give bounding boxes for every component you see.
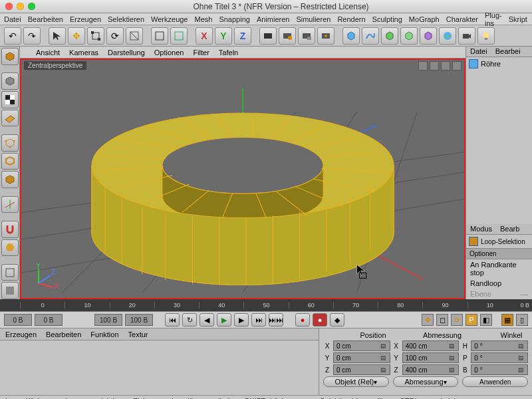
goto-end-button[interactable]: ⏭ xyxy=(251,313,266,327)
texture-mode-button[interactable] xyxy=(1,91,19,108)
play-button[interactable]: ▶ xyxy=(217,313,231,327)
z-axis-button[interactable]: Z xyxy=(234,27,251,45)
redo-button[interactable]: ↷ xyxy=(23,27,41,45)
point-mode-button[interactable] xyxy=(1,134,19,152)
current-frame-field[interactable]: 0 B xyxy=(35,314,63,326)
x-axis-button[interactable]: X xyxy=(196,27,213,45)
dim-y-field[interactable]: 100 cm▤ xyxy=(402,352,460,363)
vp-zoom-icon[interactable] xyxy=(430,61,439,70)
render-view-button[interactable] xyxy=(259,27,277,45)
coord-mode-dropdown[interactable]: Objekt (Rel) ▾ xyxy=(323,376,389,387)
locked-workplane-button[interactable] xyxy=(1,282,19,299)
render-settings-button[interactable] xyxy=(317,27,334,45)
ang-b-field[interactable]: 0 °▤ xyxy=(471,364,528,375)
dim-x-field[interactable]: 400 cm▤ xyxy=(402,340,460,351)
render-pv-button[interactable] xyxy=(298,27,315,45)
menu-charakter[interactable]: Charakter xyxy=(446,15,478,23)
menu-sculpting[interactable]: Sculpting xyxy=(372,15,402,23)
viewmenu-tafeln[interactable]: Tafeln xyxy=(219,49,238,57)
viewmenu-filter[interactable]: Filter xyxy=(193,49,209,57)
btab-funktion[interactable]: Funktion xyxy=(90,331,118,338)
attr-tab-modus[interactable]: Modus xyxy=(466,224,496,234)
end-frame-field[interactable]: 100 B xyxy=(125,314,153,326)
vp-orbit-icon[interactable] xyxy=(441,61,450,70)
goto-next-key-button[interactable]: ⏭⏭ xyxy=(269,313,283,327)
record-key-button[interactable]: ● xyxy=(295,313,310,327)
polygon-mode-button[interactable] xyxy=(1,171,19,188)
pos-y-field[interactable]: 0 cm▤ xyxy=(333,352,390,363)
menu-rendern[interactable]: Rendern xyxy=(337,15,365,23)
recent-tool[interactable] xyxy=(126,27,143,45)
light-button[interactable] xyxy=(477,27,495,45)
maximize-icon[interactable] xyxy=(28,3,35,10)
menu-skript[interactable]: Skript xyxy=(509,15,527,23)
workplane-mode-button[interactable] xyxy=(1,110,19,127)
select-tool[interactable] xyxy=(49,27,66,45)
opt-randloop[interactable]: Randloop xyxy=(466,278,532,289)
spline-button[interactable] xyxy=(362,27,379,45)
soft-select-button[interactable] xyxy=(1,239,19,257)
scale-key-toggle[interactable]: ◻ xyxy=(436,314,448,326)
viewport-solo-button[interactable] xyxy=(1,264,19,281)
timeline-ruler[interactable]: 0 10 20 30 40 50 60 70 80 90 10 0 B xyxy=(0,299,532,311)
dim-mode-dropdown[interactable]: Abmessung ▾ xyxy=(393,376,459,387)
pos-z-field[interactable]: 0 cm▤ xyxy=(333,364,390,375)
undo-button[interactable]: ↶ xyxy=(4,27,21,45)
vp-layout-icon[interactable] xyxy=(452,61,462,70)
primitive-cube-button[interactable] xyxy=(342,27,360,45)
attr-tab-bearbeiten[interactable]: Bearb xyxy=(496,224,523,234)
menu-simulieren[interactable]: Simulieren xyxy=(296,15,331,23)
menu-erzeugen[interactable]: Erzeugen xyxy=(70,15,101,23)
menu-selektieren[interactable]: Selektieren xyxy=(108,15,144,23)
menu-mesh[interactable]: Mesh xyxy=(194,15,212,23)
camera-button[interactable] xyxy=(458,27,475,45)
viewmenu-ansicht[interactable]: Ansicht xyxy=(36,49,60,57)
start-frame-field[interactable]: 0 B xyxy=(4,314,32,326)
vp-pan-icon[interactable] xyxy=(418,61,428,70)
pos-x-field[interactable]: 0 cm▤ xyxy=(333,340,390,351)
param-key-toggle[interactable]: P xyxy=(466,314,477,326)
opt-randkante[interactable]: An Randkante stop xyxy=(466,259,532,278)
om-tab-datei[interactable]: Datei xyxy=(466,47,491,57)
autokey-button[interactable]: ● xyxy=(313,313,327,327)
axis-mode-button[interactable] xyxy=(1,196,19,213)
environment-button[interactable] xyxy=(439,27,456,45)
ang-h-field[interactable]: 0 °▤ xyxy=(471,340,528,351)
close-icon[interactable] xyxy=(5,3,13,10)
model-mode-button[interactable] xyxy=(1,72,19,90)
viewmenu-darstellung[interactable]: Darstellung xyxy=(108,49,145,57)
layout-button[interactable]: ▦ xyxy=(501,314,513,326)
loop-button[interactable]: ↻ xyxy=(182,313,197,327)
coord-system-button[interactable] xyxy=(170,27,188,45)
rot-key-toggle[interactable]: ⟳ xyxy=(451,314,463,326)
ang-p-field[interactable]: 0 °▤ xyxy=(471,352,528,363)
object-row[interactable]: Röhre xyxy=(466,57,532,70)
apply-button[interactable]: Anwenden xyxy=(462,376,528,387)
menu-datei[interactable]: Datei xyxy=(4,15,21,23)
viewport[interactable]: Zentralperspektive xyxy=(20,59,466,299)
keyframe-sel-button[interactable]: ◆ xyxy=(330,313,344,327)
btab-bearbeiten[interactable]: Bearbeiten xyxy=(46,331,81,338)
scale-tool[interactable] xyxy=(87,27,104,45)
menu-animieren[interactable]: Animieren xyxy=(257,15,290,23)
step-back-button[interactable]: ◀ xyxy=(200,313,214,327)
rotate-tool[interactable]: ⟳ xyxy=(106,27,124,45)
menu-snapping[interactable]: Snapping xyxy=(219,15,250,23)
menu-mograph[interactable]: MoGraph xyxy=(409,15,440,23)
viewmenu-optionen[interactable]: Optionen xyxy=(154,49,184,57)
modeling-button[interactable] xyxy=(400,27,418,45)
nurbs-button[interactable] xyxy=(381,27,398,45)
snap-button[interactable] xyxy=(1,221,19,238)
btab-textur[interactable]: Textur xyxy=(128,331,148,338)
y-axis-button[interactable]: Y xyxy=(215,27,232,45)
minimize-icon[interactable] xyxy=(17,3,24,10)
om-tab-bearbeiten[interactable]: Bearbei xyxy=(491,47,525,57)
menu-werkzeuge[interactable]: Werkzeuge xyxy=(151,15,188,23)
render-region-button[interactable] xyxy=(279,27,296,45)
axis-lock-button[interactable] xyxy=(151,27,168,45)
pla-key-toggle[interactable]: ◧ xyxy=(480,314,492,326)
dim-z-field[interactable]: 400 cm▤ xyxy=(402,364,460,375)
end-preview-field[interactable]: 100 B xyxy=(94,314,122,326)
goto-start-button[interactable]: ⏮ xyxy=(165,313,180,327)
layout2-button[interactable]: ▯ xyxy=(516,314,528,326)
